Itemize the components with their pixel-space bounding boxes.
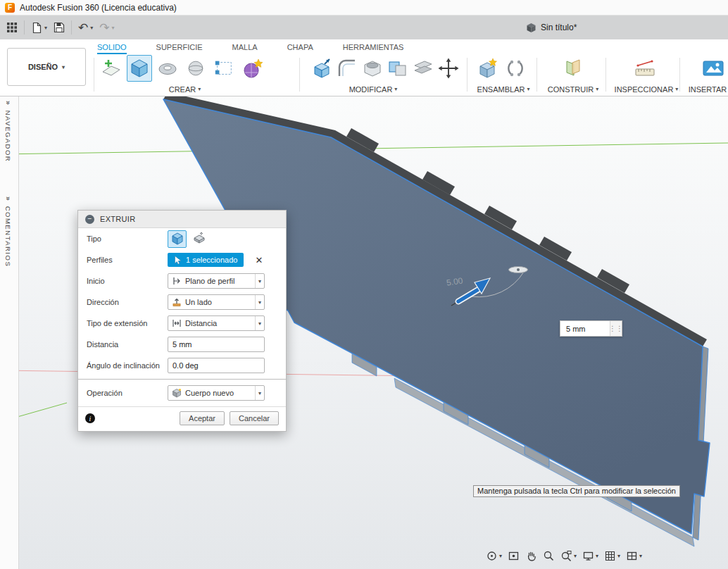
joint-tool[interactable] — [503, 55, 528, 82]
orbit-tool[interactable]: ▾ — [486, 550, 502, 562]
measure-tool[interactable] — [632, 55, 658, 82]
distance-extent-icon — [172, 318, 182, 328]
tab-herramientas[interactable]: HERRAMIENTAS — [343, 39, 404, 54]
tab-solido[interactable]: SOLIDO — [97, 39, 127, 54]
joint-icon — [504, 57, 527, 80]
rotate-handle-dot[interactable] — [517, 268, 520, 271]
redo-button[interactable]: ↷ ▾ — [99, 22, 114, 34]
caret-down-icon: ▾ — [596, 553, 598, 559]
group-inspeccionar-dropdown[interactable]: INSPECCIONAR ▾ — [611, 84, 682, 94]
insert-image-icon — [702, 57, 724, 80]
caret-down-icon: ▾ — [596, 86, 598, 92]
save-button[interactable] — [54, 22, 65, 33]
dialog-drag-handle-icon[interactable]: − — [85, 215, 94, 224]
tab-superficie[interactable]: SUPERFICIE — [156, 39, 203, 54]
group-crear-dropdown[interactable]: CREAR ▾ — [99, 84, 271, 94]
press-pull-tool[interactable] — [310, 55, 334, 82]
group-construir-dropdown[interactable]: CONSTRUIR ▾ — [539, 84, 608, 94]
angulo-input[interactable] — [168, 358, 265, 373]
dialog-buttons: Aceptar Cancelar — [180, 411, 279, 425]
group-ensamblar-dropdown[interactable]: ENSAMBLAR ▾ — [468, 84, 539, 94]
zoom-window-tool[interactable]: ▾ — [560, 550, 577, 562]
workspace-selector-button[interactable]: DISEÑO ▾ — [7, 48, 86, 86]
row-distancia: Distancia — [78, 334, 286, 355]
viewports-tool[interactable]: ▾ — [626, 550, 642, 562]
revolve-tool[interactable] — [155, 55, 180, 82]
drag-grip-icon[interactable]: ⋮⋮ — [610, 321, 622, 336]
quick-access-bar: ▾ ↶ ▾ ↷ ▾ Sin título* — [0, 15, 728, 39]
divider — [467, 58, 467, 92]
info-icon[interactable]: i — [85, 413, 95, 423]
distancia-label: Distancia — [87, 340, 168, 349]
sweep-tool[interactable] — [183, 55, 208, 82]
comments-panel-tab[interactable]: » COMENTARIOS — [4, 196, 12, 267]
clear-selection-button[interactable]: ✕ — [255, 255, 263, 265]
profiles-selection-chip[interactable]: 1 seleccionado — [168, 253, 244, 267]
distance-value[interactable]: 5 mm — [560, 321, 610, 336]
document-cube-icon — [526, 23, 536, 33]
row-operacion: Operación Cuerpo nuevo ▾ — [78, 382, 286, 404]
dialog-footer: i Aceptar Cancelar — [78, 406, 286, 431]
group-construir-tools — [560, 55, 586, 82]
press-pull-icon — [310, 57, 333, 80]
accept-button[interactable]: Aceptar — [180, 411, 225, 425]
look-at-tool[interactable] — [508, 550, 520, 562]
extrude-dialog-header[interactable]: − EXTRUIR — [78, 211, 286, 228]
tipo-label: Tipo — [87, 235, 168, 243]
undo-icon: ↶ — [78, 22, 88, 34]
group-insertar-dropdown[interactable]: INSERTAR — [683, 84, 728, 94]
operacion-select[interactable]: Cuerpo nuevo ▾ — [168, 385, 265, 401]
zoom-window-icon — [560, 550, 572, 562]
create-sketch-tool[interactable] — [99, 55, 124, 82]
form-icon — [241, 57, 263, 80]
undo-button[interactable]: ↶ ▾ — [78, 22, 93, 34]
group-label-text: CONSTRUIR — [548, 85, 594, 94]
pan-tool[interactable] — [525, 550, 537, 562]
cancel-button[interactable]: Cancelar — [230, 411, 279, 425]
viewport-distance-input[interactable]: 5 mm ⋮⋮ — [560, 320, 622, 337]
grid-settings-tool[interactable]: ▾ — [604, 550, 620, 562]
create-form-tool[interactable] — [239, 55, 265, 82]
navigator-panel-tab[interactable]: » NAVEGADOR — [4, 101, 12, 162]
caret-down-icon: ▾ — [255, 386, 261, 400]
caret-down-icon: ▾ — [90, 25, 93, 31]
pattern-tool[interactable] — [211, 55, 237, 82]
extrude-solid-type-button[interactable] — [168, 230, 187, 248]
app-grid-icon — [6, 22, 18, 33]
construction-plane-tool[interactable] — [560, 55, 586, 82]
profiles-chip-text: 1 seleccionado — [186, 256, 237, 264]
group-modificar-dropdown[interactable]: MODIFICAR ▾ — [310, 84, 437, 94]
orbit-icon — [486, 550, 498, 562]
file-icon — [31, 22, 42, 34]
direccion-value: Un lado — [185, 298, 251, 306]
direccion-select[interactable]: Un lado ▾ — [168, 294, 265, 310]
caret-down-icon: ▾ — [44, 25, 47, 31]
row-angulo: Ángulo de inclinación — [78, 355, 286, 376]
group-label-text: INSERTAR — [689, 85, 727, 94]
app-grid-button[interactable] — [6, 22, 18, 33]
move-copy-tool[interactable] — [437, 55, 460, 82]
distancia-input[interactable] — [168, 337, 265, 352]
extrude-thin-type-button[interactable] — [189, 230, 208, 248]
tipo-extension-select[interactable]: Distancia ▾ — [168, 315, 265, 331]
inicio-select[interactable]: Plano de perfil ▾ — [168, 273, 265, 289]
offset-face-tool[interactable] — [411, 55, 435, 82]
display-settings-icon — [582, 550, 594, 562]
perfiles-label: Perfiles — [87, 256, 168, 264]
fusion-logo-icon: F — [5, 3, 15, 13]
caret-down-icon: ▾ — [499, 553, 502, 559]
shell-tool[interactable] — [360, 55, 384, 82]
tab-malla[interactable]: MALLA — [232, 39, 258, 54]
combine-tool[interactable] — [386, 55, 410, 82]
tab-chapa[interactable]: CHAPA — [287, 39, 313, 54]
measure-icon — [634, 57, 656, 80]
navigation-dock: ▾ ▾ ▾ ▾ ▾ — [486, 550, 642, 562]
fillet-tool[interactable] — [335, 55, 359, 82]
dialog-title: EXTRUIR — [100, 215, 135, 223]
insert-image-tool[interactable] — [701, 55, 726, 82]
file-menu-button[interactable]: ▾ — [31, 22, 47, 34]
display-settings-tool[interactable]: ▾ — [582, 550, 598, 562]
new-component-tool[interactable] — [475, 55, 500, 82]
extrude-tool[interactable] — [127, 55, 152, 82]
zoom-tool[interactable] — [543, 550, 555, 562]
